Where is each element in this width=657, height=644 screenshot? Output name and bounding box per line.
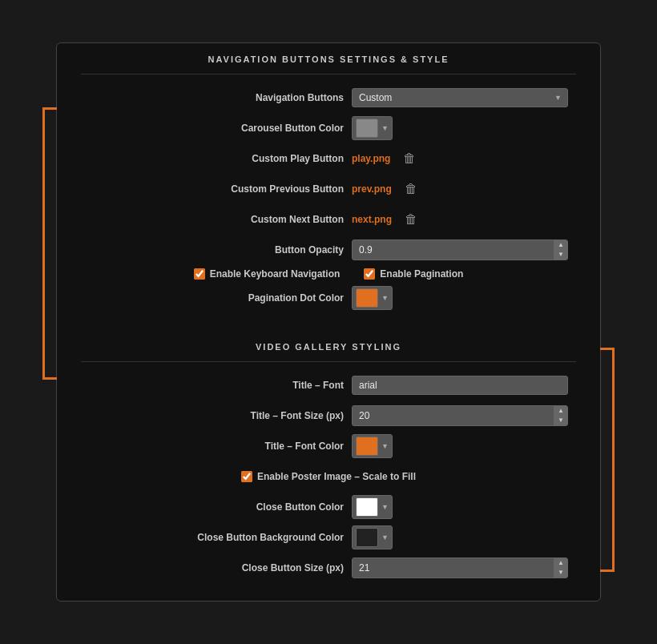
custom-prev-link[interactable]: prev.png [352, 183, 392, 195]
close-btn-bg-color-row: Close Button Background Color ▼ [81, 525, 576, 549]
title-font-input[interactable] [352, 376, 568, 395]
custom-prev-control: prev.png 🗑 [352, 182, 576, 196]
carousel-color-row: Carousel Button Color ▼ [81, 116, 576, 140]
close-btn-size-down[interactable]: ▼ [554, 568, 567, 578]
title-color-swatch [356, 437, 378, 456]
button-opacity-control: ▲ ▼ [352, 239, 576, 260]
nav-buttons-row: Navigation Buttons Default Custom None [81, 86, 576, 110]
nav-section-header: NAVIGATION BUTTONS SETTINGS & STYLE [81, 43, 576, 74]
nav-buttons-section: NAVIGATION BUTTONS SETTINGS & STYLE Navi… [57, 43, 600, 331]
poster-image-label: Enable Poster Image – Scale to Fill [257, 471, 416, 482]
carousel-color-swatch-btn[interactable]: ▼ [352, 116, 393, 140]
button-opacity-spinner: ▲ ▼ [352, 239, 568, 260]
enable-pagination-checkbox[interactable] [364, 268, 375, 280]
close-btn-size-spinner-btns: ▲ ▼ [554, 558, 567, 578]
custom-next-row: Custom Next Button next.png 🗑 [81, 207, 576, 231]
close-btn-size-spinner: ▲ ▼ [352, 557, 568, 578]
keyboard-nav-checkbox[interactable] [194, 268, 205, 280]
custom-next-link[interactable]: next.png [352, 214, 392, 225]
close-btn-size-input[interactable] [353, 558, 554, 578]
close-btn-color-caret: ▼ [381, 503, 389, 511]
title-size-control: ▲ ▼ [352, 405, 576, 426]
close-btn-size-up[interactable]: ▲ [554, 558, 567, 568]
custom-prev-row: Custom Previous Button prev.png 🗑 [81, 177, 576, 201]
close-btn-color-label: Close Button Color [256, 501, 344, 513]
keyboard-nav-checkbox-item: Enable Keyboard Navigation [194, 268, 341, 280]
poster-image-row: Enable Poster Image – Scale to Fill [81, 465, 576, 489]
close-btn-bg-caret: ▼ [381, 533, 389, 541]
close-btn-bg-color-control: ▼ [352, 525, 576, 549]
checkboxes-row: Enable Keyboard Navigation Enable Pagina… [81, 268, 576, 280]
close-btn-color-swatch-btn[interactable]: ▼ [352, 495, 393, 519]
pagination-dot-label: Pagination Dot Color [248, 292, 344, 304]
pagination-dot-row: Pagination Dot Color ▼ [81, 286, 576, 310]
enable-pagination-checkbox-item: Enable Pagination [364, 268, 463, 280]
poster-image-checkbox[interactable] [241, 471, 252, 482]
title-font-control [352, 376, 576, 395]
button-opacity-label: Button Opacity [275, 244, 344, 256]
app-background: NAVIGATION BUTTONS SETTINGS & STYLE Navi… [0, 0, 657, 644]
custom-play-control: play.png 🗑 [352, 151, 576, 166]
nav-buttons-select-wrapper: Default Custom None [352, 88, 568, 107]
pagination-dot-swatch-btn[interactable]: ▼ [352, 286, 393, 310]
custom-play-trash-icon[interactable]: 🗑 [403, 151, 416, 166]
close-btn-bg-swatch [356, 528, 378, 547]
title-size-up[interactable]: ▲ [554, 406, 567, 416]
custom-prev-label: Custom Previous Button [231, 183, 344, 195]
close-btn-size-control: ▲ ▼ [352, 557, 576, 578]
title-color-row: Title – Font Color ▼ [81, 434, 576, 458]
video-gallery-section: VIDEO GALLERY STYLING Title – Font Title… [57, 331, 600, 601]
title-size-spinner: ▲ ▼ [352, 405, 568, 426]
carousel-color-label: Carousel Button Color [241, 123, 344, 134]
nav-buttons-select[interactable]: Default Custom None [352, 88, 568, 107]
title-size-row: Title – Font Size (px) ▲ ▼ [81, 404, 576, 428]
pagination-dot-caret: ▼ [381, 294, 389, 302]
close-btn-bg-color-label: Close Button Background Color [197, 532, 344, 543]
title-size-input[interactable] [353, 406, 554, 425]
close-btn-color-row: Close Button Color ▼ [81, 495, 576, 519]
title-color-caret: ▼ [381, 442, 389, 450]
button-opacity-row: Button Opacity ▲ ▼ [81, 238, 576, 262]
custom-play-label: Custom Play Button [252, 153, 344, 164]
close-btn-size-label: Close Button Size (px) [242, 562, 344, 574]
close-btn-color-control: ▼ [352, 495, 576, 519]
carousel-color-control: ▼ [352, 116, 576, 140]
custom-play-link[interactable]: play.png [352, 153, 390, 164]
custom-next-trash-icon[interactable]: 🗑 [405, 212, 417, 227]
nav-buttons-label: Navigation Buttons [256, 92, 344, 103]
keyboard-nav-label: Enable Keyboard Navigation [210, 268, 341, 280]
close-btn-bg-swatch-btn[interactable]: ▼ [352, 525, 393, 549]
title-color-label: Title – Font Color [265, 441, 344, 452]
button-opacity-down[interactable]: ▼ [554, 250, 567, 260]
title-color-control: ▼ [352, 434, 576, 458]
title-color-swatch-btn[interactable]: ▼ [352, 434, 393, 458]
enable-pagination-label: Enable Pagination [380, 268, 463, 280]
close-btn-color-swatch [356, 497, 378, 517]
title-size-spinner-btns: ▲ ▼ [554, 406, 567, 425]
pagination-dot-swatch [356, 288, 378, 308]
settings-panel: NAVIGATION BUTTONS SETTINGS & STYLE Navi… [56, 42, 601, 602]
title-size-down[interactable]: ▼ [554, 416, 567, 425]
button-opacity-up[interactable]: ▲ [554, 240, 567, 250]
bracket-left-decoration [42, 107, 57, 380]
poster-image-checkbox-item: Enable Poster Image – Scale to Fill [241, 471, 416, 482]
title-font-label: Title – Font [292, 380, 344, 391]
carousel-color-caret: ▼ [381, 124, 389, 132]
video-section-header: VIDEO GALLERY STYLING [81, 331, 576, 362]
title-font-row: Title – Font [81, 373, 576, 397]
button-opacity-input[interactable] [353, 240, 554, 260]
carousel-color-swatch [356, 119, 378, 138]
custom-play-row: Custom Play Button play.png 🗑 [81, 147, 576, 171]
custom-next-control: next.png 🗑 [352, 212, 576, 227]
custom-prev-trash-icon[interactable]: 🗑 [405, 182, 417, 196]
bracket-right-decoration [600, 348, 615, 572]
button-opacity-spinner-btns: ▲ ▼ [554, 240, 567, 260]
custom-next-label: Custom Next Button [251, 214, 344, 225]
close-btn-size-row: Close Button Size (px) ▲ ▼ [81, 556, 576, 580]
title-size-label: Title – Font Size (px) [251, 410, 344, 421]
nav-buttons-control: Default Custom None [352, 88, 576, 107]
pagination-dot-control: ▼ [352, 286, 576, 310]
